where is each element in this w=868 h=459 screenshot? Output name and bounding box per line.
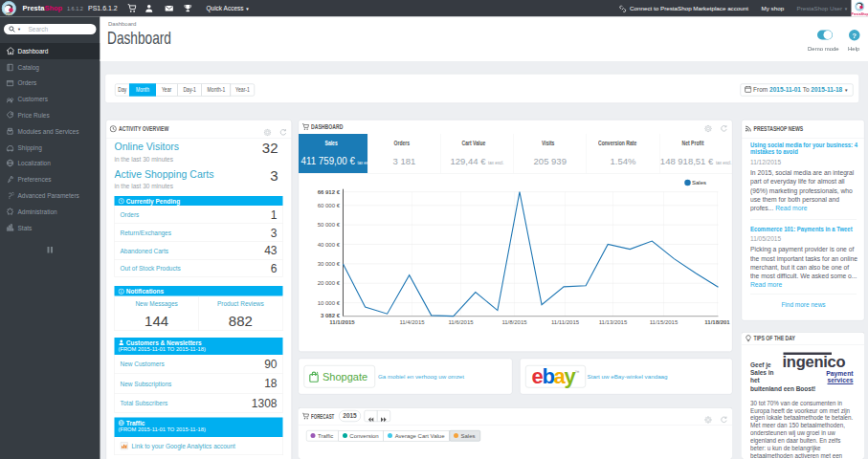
svg-text:60 000 €: 60 000 € bbox=[318, 203, 341, 208]
svg-text:11/18/201: 11/18/201 bbox=[704, 319, 730, 325]
svg-text:11/8/2015: 11/8/2015 bbox=[501, 319, 527, 325]
svg-text:10 000 €: 10 000 € bbox=[318, 300, 341, 306]
svg-text:11/11/2015: 11/11/2015 bbox=[551, 319, 580, 325]
svg-text:11/15/2015: 11/15/2015 bbox=[650, 319, 679, 325]
svg-text:40 000 €: 40 000 € bbox=[318, 242, 341, 248]
svg-text:66 912 €: 66 912 € bbox=[318, 189, 341, 195]
svg-text:30 000 €: 30 000 € bbox=[318, 261, 341, 267]
svg-text:11/6/2015: 11/6/2015 bbox=[448, 319, 474, 325]
svg-text:20 000 €: 20 000 € bbox=[318, 280, 341, 286]
svg-text:11/4/2015: 11/4/2015 bbox=[399, 319, 425, 325]
svg-text:Sales: Sales bbox=[692, 180, 706, 186]
svg-text:11/1/2015: 11/1/2015 bbox=[329, 319, 355, 325]
svg-text:50 000 €: 50 000 € bbox=[318, 222, 341, 228]
svg-text:11/13/2015: 11/13/2015 bbox=[599, 319, 628, 325]
svg-text:3 082 €: 3 082 € bbox=[321, 313, 341, 318]
